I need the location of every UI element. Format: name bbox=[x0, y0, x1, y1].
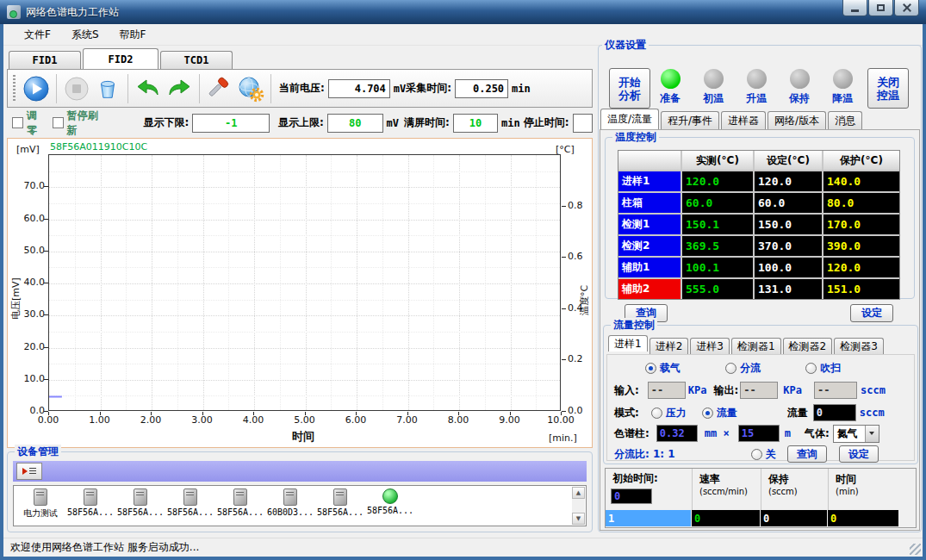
gas-radio-option[interactable]: 载气 bbox=[645, 361, 681, 376]
close-temp-control-button[interactable]: 关闭 控温 bbox=[867, 68, 909, 109]
zero-checkbox[interactable] bbox=[12, 117, 23, 128]
temp-row-label[interactable]: 进样1 bbox=[618, 171, 681, 191]
device-item[interactable]: 58F56A... bbox=[165, 488, 215, 526]
device-manager-title: 设备管理 bbox=[15, 445, 61, 458]
dropdown-button[interactable] bbox=[865, 426, 879, 442]
ramp-rate-cell[interactable]: 0 bbox=[692, 510, 760, 526]
rtick: 0.8 bbox=[568, 200, 583, 211]
instrument-tab[interactable]: 温度/流量 bbox=[600, 109, 659, 129]
flow-tab[interactable]: 进样3 bbox=[690, 338, 730, 354]
mode-radio-option[interactable]: 压力 bbox=[651, 406, 687, 420]
device-list-button[interactable] bbox=[16, 463, 42, 480]
temp-protect-value: 80.0 bbox=[823, 193, 899, 213]
device-item[interactable]: 58F56A... bbox=[65, 488, 115, 526]
input-pressure-field[interactable]: -- bbox=[648, 382, 686, 399]
start-acquisition-button[interactable] bbox=[21, 73, 52, 104]
fullscreen-time-field[interactable]: 10 bbox=[453, 114, 498, 133]
instrument-tab[interactable]: 程升/事件 bbox=[661, 111, 719, 129]
temp-row-label[interactable]: 检测2 bbox=[618, 236, 681, 256]
flow-tab[interactable]: 检测器1 bbox=[731, 338, 781, 354]
plot-area[interactable] bbox=[48, 154, 561, 411]
temp-row-label[interactable]: 柱箱 bbox=[618, 193, 681, 213]
scroll-up-icon[interactable]: ▲ bbox=[572, 487, 585, 499]
zero-label: 调零 bbox=[27, 109, 46, 138]
split-off-radio[interactable]: 关 bbox=[751, 447, 776, 462]
tmark bbox=[48, 412, 49, 415]
flow-set-button[interactable]: 设定 bbox=[839, 445, 879, 463]
column-diameter-field[interactable]: 0.32 bbox=[656, 425, 698, 442]
ramp-hold-cell[interactable]: 0 bbox=[761, 510, 827, 526]
flow-tab[interactable]: 进样1 bbox=[608, 335, 648, 352]
output-label: 输出: bbox=[714, 383, 739, 398]
flow-tab[interactable]: 进样2 bbox=[649, 338, 689, 354]
temp-row-label[interactable]: 辅助2 bbox=[618, 279, 681, 299]
start-analysis-button[interactable]: 开始 分析 bbox=[609, 68, 650, 109]
device-item[interactable]: 58F56A... bbox=[365, 488, 415, 526]
ytick: 10.0 bbox=[9, 373, 45, 384]
window-controls bbox=[842, 0, 919, 16]
instrument-tab[interactable]: 网络/版本 bbox=[768, 111, 826, 129]
gas-radio-option[interactable]: 吹扫 bbox=[805, 361, 841, 376]
mode-radio-option[interactable]: 流量 bbox=[702, 406, 737, 420]
resize-grip-icon[interactable] bbox=[910, 544, 921, 555]
device-item[interactable]: 58F56A... bbox=[215, 488, 265, 526]
clear-curve-button[interactable] bbox=[92, 73, 123, 104]
stop-acquisition-button[interactable] bbox=[61, 73, 92, 104]
pause-refresh-checkbox[interactable] bbox=[53, 117, 64, 128]
temp-control-title: 温度控制 bbox=[612, 130, 659, 144]
flow-tab[interactable]: 检测器2 bbox=[783, 338, 833, 354]
mode-radios: 压力 流量 bbox=[651, 406, 737, 420]
stop-time-field[interactable] bbox=[573, 114, 594, 133]
tmark bbox=[44, 283, 48, 283]
flow-measured-field[interactable]: -- bbox=[814, 382, 857, 399]
gas-dropdown[interactable]: 氮气 bbox=[833, 425, 879, 443]
flow-set-field[interactable]: 0 bbox=[813, 404, 856, 421]
device-list: ▲ ▼ 电力测试 58F56A... 58F56A... bbox=[13, 485, 587, 526]
menu-item[interactable]: 帮助F bbox=[109, 25, 157, 45]
tools-button[interactable] bbox=[204, 73, 235, 104]
initial-time-field[interactable]: 0 bbox=[611, 488, 652, 504]
device-item[interactable]: 电力测试 bbox=[16, 488, 65, 526]
back-button[interactable] bbox=[133, 73, 164, 104]
maximize-button[interactable] bbox=[868, 0, 893, 16]
lower-limit-field[interactable]: -1 bbox=[192, 114, 270, 133]
gas-radio-option[interactable]: 分流 bbox=[725, 361, 761, 376]
menu-item[interactable]: 文件F bbox=[14, 25, 61, 45]
temp-row-label[interactable]: 检测1 bbox=[618, 215, 681, 234]
instrument-tab[interactable]: 消息 bbox=[828, 111, 862, 129]
device-item[interactable]: 60B0D3... bbox=[265, 488, 315, 526]
ramp-time-cell[interactable]: 0 bbox=[828, 510, 898, 526]
output-pressure-field[interactable]: -- bbox=[740, 382, 778, 399]
device-item[interactable]: 58F56A... bbox=[315, 488, 365, 526]
minimize-button[interactable] bbox=[842, 0, 867, 16]
gas-radio-label: 吹扫 bbox=[820, 361, 841, 376]
forward-button[interactable] bbox=[164, 73, 195, 104]
led-lamp-icon bbox=[747, 69, 767, 89]
voltage-field[interactable]: 4.704 bbox=[328, 79, 390, 98]
close-button[interactable] bbox=[894, 0, 919, 16]
channel-tab[interactable]: FID1 bbox=[9, 51, 81, 69]
instrument-tab[interactable]: 进样器 bbox=[721, 111, 766, 129]
flow-query-button[interactable]: 查询 bbox=[787, 445, 827, 463]
network-config-button[interactable] bbox=[235, 73, 266, 104]
channel-tab[interactable]: FID2 bbox=[83, 48, 158, 69]
toolbar-separator bbox=[270, 74, 271, 103]
channel-tab[interactable]: TCD1 bbox=[160, 51, 233, 69]
column-length-field[interactable]: 15 bbox=[738, 425, 780, 442]
temp-set-button[interactable]: 设定 bbox=[850, 304, 893, 322]
upper-limit-field[interactable]: 80 bbox=[327, 114, 383, 133]
menu-item[interactable]: 系统S bbox=[61, 25, 109, 45]
flow-tab[interactable]: 检测器3 bbox=[834, 338, 884, 354]
ytick: 50.0 bbox=[9, 245, 45, 256]
led-label: 初温 bbox=[703, 91, 724, 106]
radio-icon bbox=[651, 408, 662, 419]
device-item[interactable]: 58F56A... bbox=[115, 488, 165, 526]
xtick: 8.00 bbox=[441, 414, 475, 426]
temp-row-label[interactable]: 辅助1 bbox=[618, 258, 681, 277]
toolbar-grip[interactable] bbox=[13, 75, 16, 103]
ramp-index-cell[interactable]: 1 bbox=[606, 510, 691, 526]
ramp-col-header: 时间 (min) bbox=[828, 469, 900, 510]
scroll-down-icon[interactable]: ▼ bbox=[572, 513, 585, 525]
acq-time-field[interactable]: 0.250 bbox=[455, 79, 508, 98]
radio-icon bbox=[751, 449, 762, 460]
